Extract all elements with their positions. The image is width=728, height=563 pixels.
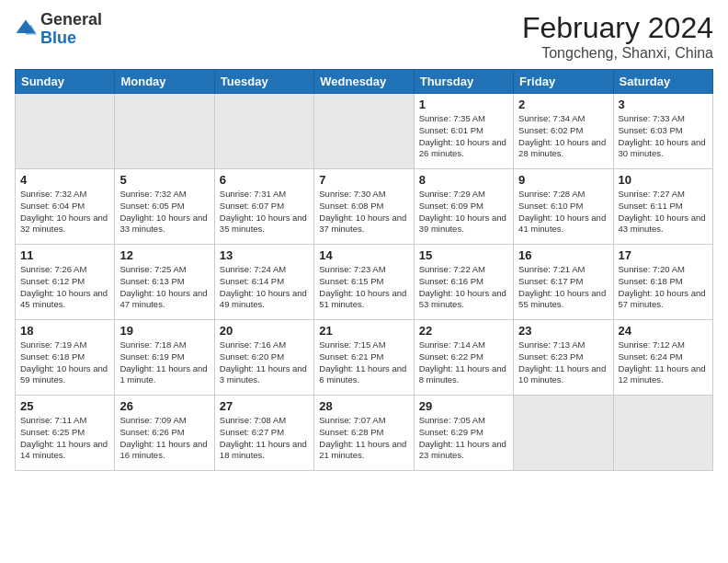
week-row-3: 11Sunrise: 7:26 AM Sunset: 6:12 PM Dayli… (16, 245, 713, 320)
day-header-tuesday: Tuesday (214, 70, 313, 94)
cell-info: Sunrise: 7:14 AM Sunset: 6:22 PM Dayligh… (419, 339, 508, 386)
logo-icon (15, 18, 37, 40)
day-number: 15 (419, 248, 508, 262)
day-number: 25 (20, 399, 109, 413)
day-number: 14 (319, 248, 408, 262)
cal-cell: 25Sunrise: 7:11 AM Sunset: 6:25 PM Dayli… (16, 396, 115, 471)
logo-text: General Blue (40, 11, 102, 48)
day-number: 19 (119, 324, 209, 338)
cell-info: Sunrise: 7:24 AM Sunset: 6:14 PM Dayligh… (220, 264, 309, 311)
day-number: 18 (20, 324, 109, 338)
cell-info: Sunrise: 7:33 AM Sunset: 6:03 PM Dayligh… (619, 113, 708, 160)
cal-cell: 14Sunrise: 7:23 AM Sunset: 6:15 PM Dayli… (314, 245, 414, 320)
day-header-sunday: Sunday (16, 70, 115, 94)
header-row: SundayMondayTuesdayWednesdayThursdayFrid… (16, 70, 713, 94)
week-row-2: 4Sunrise: 7:32 AM Sunset: 6:04 PM Daylig… (16, 169, 713, 245)
cell-info: Sunrise: 7:05 AM Sunset: 6:29 PM Dayligh… (419, 415, 508, 462)
cell-info: Sunrise: 7:28 AM Sunset: 6:10 PM Dayligh… (518, 189, 608, 236)
logo-blue: Blue (40, 29, 76, 47)
day-number: 9 (518, 173, 608, 187)
cell-info: Sunrise: 7:09 AM Sunset: 6:26 PM Dayligh… (119, 415, 209, 462)
cell-info: Sunrise: 7:11 AM Sunset: 6:25 PM Dayligh… (20, 415, 109, 462)
day-header-monday: Monday (115, 70, 214, 94)
cell-info: Sunrise: 7:25 AM Sunset: 6:13 PM Dayligh… (119, 264, 209, 311)
cell-info: Sunrise: 7:26 AM Sunset: 6:12 PM Dayligh… (20, 264, 109, 311)
cell-info: Sunrise: 7:27 AM Sunset: 6:11 PM Dayligh… (619, 189, 708, 236)
cell-info: Sunrise: 7:32 AM Sunset: 6:04 PM Dayligh… (20, 189, 109, 236)
cal-cell: 9Sunrise: 7:28 AM Sunset: 6:10 PM Daylig… (514, 169, 613, 245)
cell-info: Sunrise: 7:31 AM Sunset: 6:07 PM Dayligh… (220, 189, 309, 236)
cal-cell: 3Sunrise: 7:33 AM Sunset: 6:03 PM Daylig… (613, 94, 712, 169)
cal-cell (613, 396, 712, 471)
cell-info: Sunrise: 7:35 AM Sunset: 6:01 PM Dayligh… (419, 113, 508, 160)
day-header-saturday: Saturday (613, 70, 712, 94)
cal-cell (16, 94, 115, 169)
cal-cell (214, 94, 313, 169)
day-number: 23 (518, 324, 608, 338)
day-number: 26 (119, 399, 209, 413)
day-number: 16 (518, 248, 608, 262)
day-number: 2 (518, 98, 608, 111)
cell-info: Sunrise: 7:21 AM Sunset: 6:17 PM Dayligh… (518, 264, 608, 311)
day-number: 22 (419, 324, 508, 338)
logo-general: General (40, 10, 102, 29)
cal-cell: 18Sunrise: 7:19 AM Sunset: 6:18 PM Dayli… (16, 320, 115, 396)
month-title: February 2024 (522, 11, 713, 45)
day-number: 27 (220, 399, 309, 413)
day-number: 29 (419, 399, 508, 413)
day-number: 10 (619, 173, 708, 187)
cal-cell: 19Sunrise: 7:18 AM Sunset: 6:19 PM Dayli… (115, 320, 214, 396)
day-number: 6 (220, 173, 309, 187)
cell-info: Sunrise: 7:32 AM Sunset: 6:05 PM Dayligh… (119, 189, 209, 236)
cell-info: Sunrise: 7:20 AM Sunset: 6:18 PM Dayligh… (619, 264, 708, 311)
cal-cell (115, 94, 214, 169)
title-block: February 2024 Tongcheng, Shanxi, China (522, 11, 713, 62)
cal-cell: 12Sunrise: 7:25 AM Sunset: 6:13 PM Dayli… (115, 245, 214, 320)
day-number: 28 (319, 399, 408, 413)
cell-info: Sunrise: 7:18 AM Sunset: 6:19 PM Dayligh… (119, 339, 209, 386)
cal-cell: 5Sunrise: 7:32 AM Sunset: 6:05 PM Daylig… (115, 169, 214, 245)
header: General Blue February 2024 Tongcheng, Sh… (15, 11, 713, 62)
cal-cell: 27Sunrise: 7:08 AM Sunset: 6:27 PM Dayli… (214, 396, 313, 471)
cal-cell: 29Sunrise: 7:05 AM Sunset: 6:29 PM Dayli… (414, 396, 513, 471)
cell-info: Sunrise: 7:15 AM Sunset: 6:21 PM Dayligh… (319, 339, 408, 386)
cal-cell: 15Sunrise: 7:22 AM Sunset: 6:16 PM Dayli… (414, 245, 513, 320)
cal-cell: 17Sunrise: 7:20 AM Sunset: 6:18 PM Dayli… (613, 245, 712, 320)
day-header-wednesday: Wednesday (314, 70, 414, 94)
cell-info: Sunrise: 7:16 AM Sunset: 6:20 PM Dayligh… (220, 339, 309, 386)
day-number: 13 (220, 248, 309, 262)
cal-cell (514, 396, 613, 471)
day-number: 24 (619, 324, 708, 338)
cell-info: Sunrise: 7:23 AM Sunset: 6:15 PM Dayligh… (319, 264, 408, 311)
day-number: 20 (220, 324, 309, 338)
day-number: 17 (619, 248, 708, 262)
cal-cell: 6Sunrise: 7:31 AM Sunset: 6:07 PM Daylig… (214, 169, 313, 245)
day-number: 4 (20, 173, 109, 187)
logo: General Blue (15, 11, 102, 48)
cell-info: Sunrise: 7:29 AM Sunset: 6:09 PM Dayligh… (419, 189, 508, 236)
cal-cell: 23Sunrise: 7:13 AM Sunset: 6:23 PM Dayli… (514, 320, 613, 396)
cal-cell: 22Sunrise: 7:14 AM Sunset: 6:22 PM Dayli… (414, 320, 513, 396)
day-number: 12 (119, 248, 209, 262)
day-header-thursday: Thursday (414, 70, 513, 94)
cal-cell: 8Sunrise: 7:29 AM Sunset: 6:09 PM Daylig… (414, 169, 513, 245)
day-number: 21 (319, 324, 408, 338)
cell-info: Sunrise: 7:08 AM Sunset: 6:27 PM Dayligh… (220, 415, 309, 462)
cal-cell: 20Sunrise: 7:16 AM Sunset: 6:20 PM Dayli… (214, 320, 313, 396)
cal-cell: 13Sunrise: 7:24 AM Sunset: 6:14 PM Dayli… (214, 245, 313, 320)
cal-cell: 26Sunrise: 7:09 AM Sunset: 6:26 PM Dayli… (115, 396, 214, 471)
day-header-friday: Friday (514, 70, 613, 94)
cell-info: Sunrise: 7:34 AM Sunset: 6:02 PM Dayligh… (518, 113, 608, 160)
week-row-4: 18Sunrise: 7:19 AM Sunset: 6:18 PM Dayli… (16, 320, 713, 396)
day-number: 11 (20, 248, 109, 262)
cal-cell: 11Sunrise: 7:26 AM Sunset: 6:12 PM Dayli… (16, 245, 115, 320)
cal-cell: 1Sunrise: 7:35 AM Sunset: 6:01 PM Daylig… (414, 94, 513, 169)
cal-cell: 28Sunrise: 7:07 AM Sunset: 6:28 PM Dayli… (314, 396, 414, 471)
day-number: 1 (419, 98, 508, 111)
cal-cell: 21Sunrise: 7:15 AM Sunset: 6:21 PM Dayli… (314, 320, 414, 396)
cell-info: Sunrise: 7:19 AM Sunset: 6:18 PM Dayligh… (20, 339, 109, 386)
cal-cell: 4Sunrise: 7:32 AM Sunset: 6:04 PM Daylig… (16, 169, 115, 245)
cal-cell (314, 94, 414, 169)
week-row-5: 25Sunrise: 7:11 AM Sunset: 6:25 PM Dayli… (16, 396, 713, 471)
cal-cell: 2Sunrise: 7:34 AM Sunset: 6:02 PM Daylig… (514, 94, 613, 169)
